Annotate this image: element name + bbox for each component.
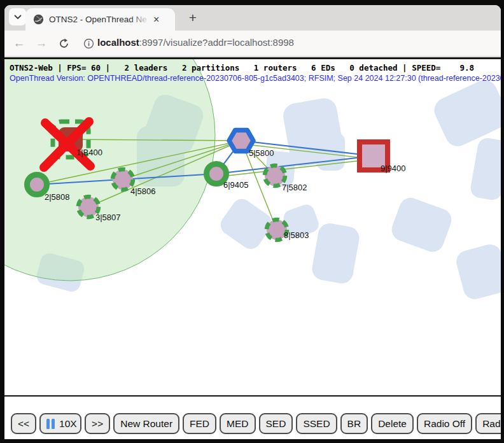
radio-on-button[interactable]: Radio On [475,413,501,434]
ssed-button-label: SSED [303,418,330,430]
tab-otns2[interactable]: OTNS2 - OpenThread Ne × [25,8,175,31]
new-tab-button[interactable]: + [185,10,201,26]
tab-close-icon[interactable]: × [153,15,159,25]
step-back-button-label: << [18,418,29,430]
step-forward-button[interactable]: >> [85,413,110,434]
med-button-label: MED [227,418,248,430]
site-info-button[interactable] [81,36,96,51]
tab-search-chevron-button[interactable] [9,8,26,25]
chevron-down-icon [14,15,22,20]
delete-button-label: Delete [378,418,407,430]
version-line: OpenThread Version: OPENTHREAD/thread-re… [10,74,501,83]
delete-button[interactable]: Delete [371,413,414,434]
radio-on-button-label: Radio On [482,418,501,430]
fed-button-label: FED [190,418,209,430]
br-button[interactable]: BR [340,413,368,434]
sed-button-label: SED [266,418,286,430]
radio-off-button-label: Radio Off [424,418,465,430]
sed-button[interactable]: SED [259,413,293,434]
fed-button[interactable]: FED [183,413,216,434]
omnibox-url[interactable]: localhost:8997/visualize?addr=localhost:… [97,37,294,48]
new-router-button[interactable]: New Router [113,413,179,434]
globe-favicon-icon [33,14,44,25]
tab-strip: OTNS2 - OpenThread Ne × + [4,5,501,31]
speed-button-label: 10X [59,418,77,430]
info-icon [83,38,94,49]
forward-button[interactable]: → [34,36,49,51]
ssed-button[interactable]: SSED [296,413,337,434]
med-button[interactable]: MED [220,413,255,434]
address-bar: ← → localhost:8997/visualize?addr=localh… [4,31,501,57]
tab-title: OTNS2 - OpenThread Ne [49,15,150,24]
step-forward-button-label: >> [92,418,103,430]
br-button-label: BR [347,418,361,430]
reload-icon [59,38,69,49]
otns-page: OTNS2-Web | FPS= 60 | 2 leaders 2 partit… [4,57,501,439]
radio-off-button[interactable]: Radio Off [417,413,472,434]
pause-icon [46,419,55,429]
step-back-button[interactable]: << [11,413,36,434]
browser-window: OTNS2 - OpenThread Ne × + ← → localhost:… [4,5,501,439]
reload-button[interactable] [56,36,71,51]
toolbar: <<10X>>New RouterFEDMEDSEDSSEDBRDeleteRa… [11,413,501,434]
status-line: OTNS2-Web | FPS= 60 | 2 leaders 2 partit… [10,63,474,73]
back-button[interactable]: ← [11,36,27,51]
new-router-button-label: New Router [120,418,172,430]
speed-button[interactable]: 10X [39,413,81,434]
